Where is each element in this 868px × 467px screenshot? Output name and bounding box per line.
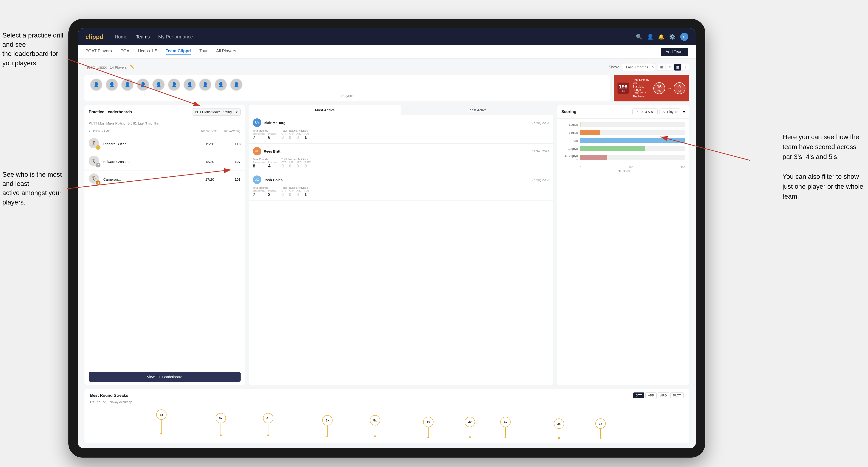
shot-start-lie: Start Lie: Rough bbox=[632, 85, 650, 92]
lb-score-3: 17/20 bbox=[191, 177, 214, 181]
chart-row-pars: Pars 499 bbox=[561, 138, 685, 143]
settings-icon[interactable]: ⚙️ bbox=[669, 34, 676, 40]
streak-dot: 3x bbox=[595, 418, 606, 439]
panels-row: Practice Leaderboards PUTT Must Make Put… bbox=[85, 105, 689, 385]
streak-dot: 5x bbox=[370, 415, 380, 437]
ipad-frame: clippd Home Teams My Performance 🔍 👤 🔔 ⚙… bbox=[68, 19, 705, 458]
drill-select[interactable]: PUTT Must Make Putting... ▾ bbox=[192, 108, 241, 116]
subnav-team-clippd[interactable]: Team Clippd bbox=[165, 49, 191, 55]
activity-stats-2: Total Rounds Tournament 8 Practice 4 bbox=[253, 158, 549, 168]
shot-end-lie: End Lie: In The Hole bbox=[632, 92, 650, 98]
view-grid-icon[interactable]: ⊞ bbox=[658, 64, 665, 71]
nav-home[interactable]: Home bbox=[115, 34, 127, 40]
ipad-screen: clippd Home Teams My Performance 🔍 👤 🔔 ⚙… bbox=[78, 28, 696, 448]
nav-teams[interactable]: Teams bbox=[136, 34, 150, 40]
shot-badge-sub: SG bbox=[621, 89, 625, 92]
total-rounds-label-1: Total Rounds bbox=[253, 129, 277, 132]
navbar: clippd Home Teams My Performance 🔍 👤 🔔 ⚙… bbox=[78, 28, 696, 45]
edit-icon[interactable]: ✏️ bbox=[130, 65, 135, 69]
scoring-filters: Par 3, 4 & 5s All Players▾ bbox=[632, 108, 685, 115]
tournament-val-1: 7 bbox=[253, 135, 266, 140]
player-avatar-7[interactable]: 👤 bbox=[184, 79, 196, 91]
activity-stats-1: Total Rounds Tournament 7 Practice 6 bbox=[253, 129, 549, 140]
scoring-panel: Scoring Par 3, 4 & 5s All Players▾ Eagle… bbox=[557, 105, 689, 385]
lb-avatar-3: 🏌️ 3 bbox=[89, 173, 100, 185]
main-content: Team Clippd 14 Players ✏️ Show: Last 3 m… bbox=[78, 59, 696, 448]
streaks-header: Best Round Streaks OTT APP ARG PUTT bbox=[90, 393, 684, 398]
player-avatar-2[interactable]: 👤 bbox=[106, 79, 118, 91]
activity-avatar-2: RB bbox=[253, 147, 261, 155]
ott-val-1: 0 bbox=[281, 135, 286, 140]
rank-badge-1: 1 bbox=[96, 145, 100, 150]
subnav-pga[interactable]: PGA bbox=[120, 49, 129, 55]
players-row-card: 👤 👤 👤 👤 👤 👤 👤 👤 👤 👤 Players bbox=[85, 75, 610, 101]
app-logo: clippd bbox=[85, 33, 103, 40]
activity-name-3: Josh Coles bbox=[264, 178, 283, 182]
chart-row-birdies: Birdies 96 bbox=[561, 130, 685, 135]
activity-date-3: 26 Aug 2023 bbox=[532, 178, 549, 182]
streak-dot: 4x bbox=[500, 417, 511, 438]
player-avatar-5[interactable]: 👤 bbox=[152, 79, 165, 91]
app-val-1: 0 bbox=[289, 135, 294, 140]
activity-avatar-3: JC bbox=[253, 176, 261, 184]
activity-card-1: BM Blair McHarg 26 Aug 2023 Total Rounds… bbox=[249, 115, 553, 144]
scoring-title: Scoring bbox=[561, 110, 576, 114]
view-table-icon[interactable]: ↕ bbox=[682, 64, 689, 71]
lb-row-1[interactable]: 🏌️ 1 Richard Butler 19/20 110 bbox=[85, 135, 245, 153]
streak-filter-app[interactable]: APP bbox=[645, 393, 657, 398]
avatars-row: 👤 👤 👤 👤 👤 👤 👤 👤 👤 👤 bbox=[90, 79, 604, 91]
drill-subtitle: PUTT Must Make Putting (3-6 ft), Last 3 … bbox=[85, 119, 245, 128]
period-select[interactable]: Last 3 months Last 6 months Last year bbox=[622, 63, 655, 71]
streak-filter-ott[interactable]: OTT bbox=[633, 393, 644, 398]
player-avatar-6[interactable]: 👤 bbox=[168, 79, 180, 91]
rank-badge-3: 3 bbox=[96, 181, 100, 185]
subnav-hcaps[interactable]: Hcaps 1-5 bbox=[138, 49, 157, 55]
view-card-icon[interactable]: ▦ bbox=[674, 64, 681, 71]
streak-dot: 5x bbox=[322, 415, 333, 437]
team-header: Team Clippd 14 Players ✏️ Show: Last 3 m… bbox=[85, 63, 689, 71]
bell-icon[interactable]: 🔔 bbox=[658, 34, 664, 40]
lb-name-3: Cameron... bbox=[103, 177, 188, 181]
view-full-leaderboard-button[interactable]: View Full Leaderboard bbox=[89, 372, 241, 382]
player-avatar-3[interactable]: 👤 bbox=[121, 79, 133, 91]
player-avatar-10[interactable]: 👤 bbox=[230, 79, 243, 91]
user-avatar[interactable]: U bbox=[680, 33, 688, 41]
subnav-all-players[interactable]: All Players bbox=[216, 49, 236, 55]
rank-badge-2: 2 bbox=[96, 163, 100, 167]
annotation-bottom-left: See who is the most and leastactive amon… bbox=[2, 170, 68, 207]
activity-name-2: Rees Britt bbox=[264, 149, 280, 153]
add-team-button[interactable]: Add Team bbox=[661, 48, 688, 56]
lb-avatar-1: 🏌️ 1 bbox=[89, 138, 100, 150]
tab-least-active[interactable]: Least Active bbox=[401, 105, 553, 115]
subnav-pgat[interactable]: PGAT Players bbox=[85, 49, 112, 55]
activity-date-1: 26 Aug 2023 bbox=[532, 121, 549, 125]
streak-dot: 4x bbox=[423, 417, 434, 438]
total-practice-label-1: Total Practice Activities bbox=[281, 129, 311, 132]
player-avatar-9[interactable]: 👤 bbox=[215, 79, 227, 91]
users-icon[interactable]: 👤 bbox=[647, 34, 653, 40]
nav-my-performance[interactable]: My Performance bbox=[158, 34, 193, 40]
player-avatar-4[interactable]: 👤 bbox=[137, 79, 149, 91]
streak-filter-putt[interactable]: PUTT bbox=[670, 393, 684, 398]
lb-row-2[interactable]: 🏌️ 2 Edward Crossman 18/20 107 bbox=[85, 153, 245, 170]
shot-circle-1: 16 yds bbox=[653, 82, 665, 94]
tab-most-active[interactable]: Most Active bbox=[249, 105, 401, 115]
show-controls: Show: Last 3 months Last 6 months Last y… bbox=[609, 63, 689, 71]
player-avatar-8[interactable]: 👤 bbox=[199, 79, 211, 91]
search-icon[interactable]: 🔍 bbox=[636, 34, 642, 40]
scoring-filter-par[interactable]: Par 3, 4 & 5s bbox=[632, 108, 658, 115]
subnav-tour[interactable]: Tour bbox=[199, 49, 208, 55]
streak-filter-arg[interactable]: ARG bbox=[658, 393, 670, 398]
player-avatar-1[interactable]: 👤 bbox=[90, 79, 102, 91]
chart-row-bogeys: Bogeys 311 bbox=[561, 146, 685, 151]
lb-name-1: Richard Butler bbox=[103, 142, 188, 146]
streak-dot: 7x bbox=[156, 409, 166, 434]
streaks-title: Best Round Streaks bbox=[90, 393, 128, 398]
show-label: Show: bbox=[609, 65, 619, 69]
view-list-icon[interactable]: ≡ bbox=[666, 64, 673, 71]
chart-row-d.-bogeys-+: D. Bogeys + 131 bbox=[561, 154, 685, 161]
streaks-section: Best Round Streaks OTT APP ARG PUTT Off … bbox=[85, 389, 689, 443]
scoring-filter-players[interactable]: All Players bbox=[659, 108, 681, 115]
lb-row-3[interactable]: 🏌️ 3 Cameron... 17/20 103 bbox=[85, 170, 245, 188]
putt-val-1: 1 bbox=[305, 135, 311, 140]
